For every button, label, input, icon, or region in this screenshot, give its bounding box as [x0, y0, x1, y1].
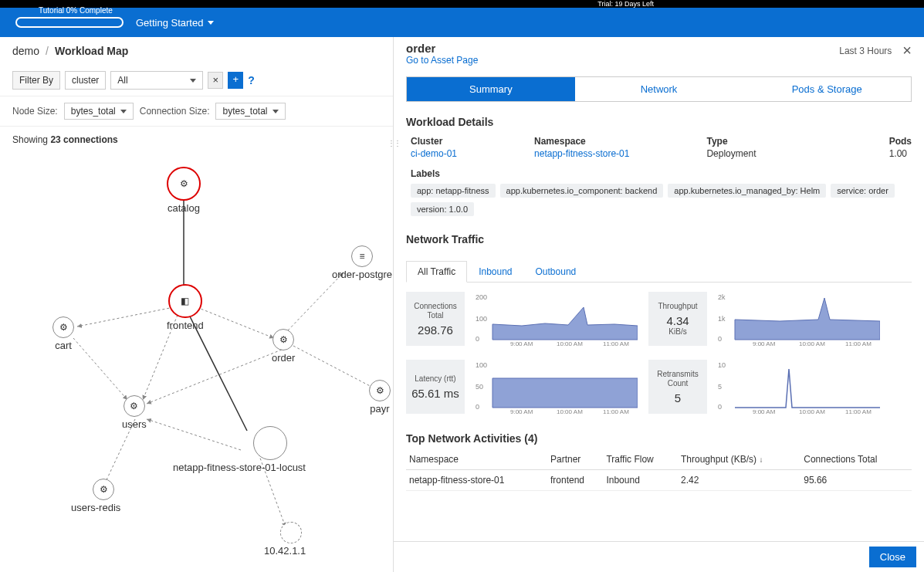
- svg-text:10:00 AM: 10:00 AM: [799, 340, 825, 346]
- col-connections[interactable]: Connections Total: [800, 449, 912, 470]
- col-namespace[interactable]: Namespace: [406, 449, 547, 470]
- svg-text:100: 100: [476, 315, 487, 323]
- table-row[interactable]: netapp-fitness-store-01 frontend Inbound…: [406, 470, 912, 491]
- metric-throughput: Throughput 4.34 KiB/s: [648, 292, 707, 346]
- tab-summary[interactable]: Summary: [407, 77, 575, 101]
- node-payment[interactable]: ⚙: [369, 380, 391, 401]
- svg-text:0: 0: [476, 403, 479, 411]
- size-controls: Node Size: bytes_total Connection Size: …: [0, 96, 393, 127]
- filter-bar: Filter By cluster All × + ?: [0, 65, 393, 96]
- node-order-postgres[interactable]: ≡: [351, 245, 373, 267]
- label-chip: version: 1.0.0: [411, 202, 474, 216]
- metric-connections: Connections Total 298.76: [406, 292, 465, 346]
- workload-details-title: Workload Details: [406, 116, 912, 128]
- connection-size-dropdown[interactable]: bytes_total: [215, 103, 285, 120]
- svg-text:11:00 AM: 11:00 AM: [603, 340, 629, 346]
- chevron-down-icon: [120, 110, 127, 113]
- tab-pods-storage[interactable]: Pods & Storage: [743, 77, 911, 101]
- svg-text:10: 10: [718, 361, 726, 369]
- svg-text:0: 0: [718, 403, 722, 411]
- chevron-down-icon: [208, 21, 214, 25]
- workload-graph[interactable]: ⚙catalog ◧frontend ⚙cart ⚙order ≡order-p…: [0, 153, 393, 572]
- svg-text:0: 0: [476, 335, 479, 343]
- node-cart[interactable]: ⚙: [52, 316, 74, 338]
- node-users[interactable]: ⚙: [124, 395, 145, 417]
- activities-title: Top Network Activities (4): [406, 432, 912, 445]
- node-size-dropdown[interactable]: bytes_total: [64, 103, 134, 120]
- details-panel: order Go to Asset Page Last 3 Hours × Su…: [394, 37, 924, 572]
- svg-text:200: 200: [476, 293, 487, 301]
- node-frontend[interactable]: ◧: [168, 284, 202, 318]
- trial-bar: Trial: 19 Days Left: [0, 0, 924, 8]
- svg-line-10: [147, 419, 241, 450]
- breadcrumb: demo / Workload Map: [0, 37, 393, 65]
- node-size-label: Node Size:: [12, 106, 58, 117]
- subtab-outbound[interactable]: Outbound: [524, 261, 588, 282]
- svg-text:9:00 AM: 9:00 AM: [510, 408, 533, 414]
- label-chip: app.kubernetes.io_component: backend: [500, 184, 664, 198]
- col-partner[interactable]: Partner: [547, 449, 603, 470]
- chart-throughput: 2k 1k 0 9:00 AM 10:00 AM 11:00 AM: [718, 292, 880, 346]
- svg-text:0: 0: [718, 335, 722, 343]
- svg-text:1k: 1k: [718, 315, 726, 323]
- svg-line-9: [189, 315, 247, 431]
- tutorial-bar: Tutorial 0% Complete Getting Started: [0, 8, 924, 37]
- filter-key[interactable]: cluster: [65, 71, 106, 90]
- filter-by-label: Filter By: [12, 71, 60, 90]
- node-order[interactable]: ⚙: [272, 329, 294, 350]
- svg-text:2k: 2k: [718, 293, 726, 301]
- activities-table: Namespace Partner Traffic Flow Throughpu…: [406, 449, 912, 491]
- showing-count: Showing 23 connections: [0, 127, 393, 153]
- panel-footer: Close: [394, 541, 924, 572]
- label-chip: app.kubernetes.io_managed_by: Helm: [668, 184, 826, 198]
- svg-text:10:00 AM: 10:00 AM: [557, 340, 583, 346]
- chart-latency: 100 50 0 9:00 AM 10:00 AM 11:00 AM: [476, 360, 638, 414]
- help-icon[interactable]: ?: [248, 74, 255, 86]
- panel-tabs: Summary Network Pods & Storage: [406, 76, 912, 102]
- filter-value-dropdown[interactable]: All: [110, 71, 203, 90]
- traffic-subtabs: All Traffic Inbound Outbound: [406, 261, 912, 283]
- cluster-link[interactable]: ci-demo-01: [411, 148, 457, 159]
- labels-title: Labels: [411, 168, 912, 179]
- svg-text:100: 100: [476, 361, 487, 369]
- breadcrumb-root[interactable]: demo: [12, 45, 39, 57]
- metric-latency: Latency (rtt) 65.61 ms: [406, 360, 465, 414]
- node-users-redis[interactable]: ⚙: [93, 479, 114, 500]
- svg-text:5: 5: [718, 383, 722, 391]
- subtab-inbound[interactable]: Inbound: [467, 261, 523, 282]
- tutorial-progress-label: Tutorial 0% Complete: [39, 6, 113, 15]
- clear-filter-button[interactable]: ×: [208, 72, 223, 89]
- add-filter-button[interactable]: +: [228, 72, 243, 89]
- time-range-label[interactable]: Last 3 Hours: [839, 46, 892, 56]
- svg-line-2: [197, 307, 274, 338]
- col-throughput[interactable]: Throughput (KB/s) ↓: [678, 449, 800, 470]
- node-locust[interactable]: [253, 426, 287, 460]
- svg-line-1: [77, 307, 174, 327]
- svg-line-3: [288, 272, 344, 330]
- close-icon[interactable]: ×: [902, 42, 912, 59]
- chart-retransmits: 10 5 0 9:00 AM 10:00 AM 11:00 AM: [718, 360, 880, 414]
- network-traffic-title: Network Traffic: [406, 233, 912, 245]
- tutorial-progress-pill[interactable]: [15, 17, 124, 28]
- svg-text:9:00 AM: 9:00 AM: [753, 408, 776, 414]
- svg-line-8: [147, 350, 282, 404]
- svg-text:11:00 AM: 11:00 AM: [845, 408, 872, 414]
- tab-network[interactable]: Network: [575, 77, 743, 101]
- svg-line-4: [293, 346, 374, 388]
- svg-line-6: [73, 338, 127, 400]
- node-ip[interactable]: [280, 522, 302, 543]
- node-catalog[interactable]: ⚙: [167, 167, 201, 201]
- asset-page-link[interactable]: Go to Asset Page: [406, 55, 478, 66]
- svg-text:11:00 AM: 11:00 AM: [845, 340, 872, 346]
- close-button[interactable]: Close: [869, 547, 916, 567]
- metric-retransmits: Retransmits Count 5: [648, 360, 707, 414]
- subtab-all-traffic[interactable]: All Traffic: [406, 261, 467, 283]
- namespace-link[interactable]: netapp-fitness-store-01: [534, 148, 629, 159]
- svg-text:9:00 AM: 9:00 AM: [510, 340, 533, 346]
- svg-text:10:00 AM: 10:00 AM: [799, 408, 825, 414]
- getting-started-dropdown[interactable]: Getting Started: [136, 17, 214, 29]
- svg-text:11:00 AM: 11:00 AM: [603, 408, 629, 414]
- svg-text:10:00 AM: 10:00 AM: [557, 408, 583, 414]
- col-traffic-flow[interactable]: Traffic Flow: [603, 449, 678, 470]
- labels-chips: app: netapp-fitness app.kubernetes.io_co…: [411, 184, 912, 216]
